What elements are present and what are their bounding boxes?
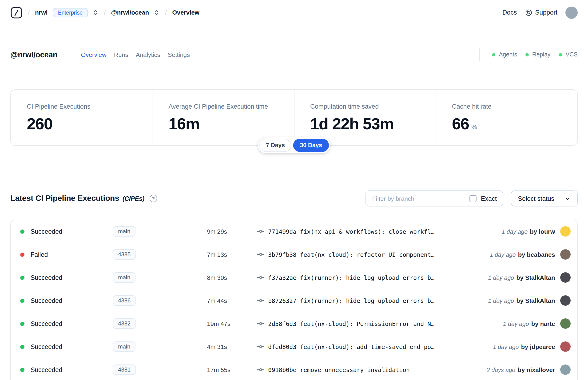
executions-table: Succeeded main 9m 29s 771499da fix(nx-ap… [10, 220, 578, 380]
cipe-duration: 8m 30s [207, 274, 257, 281]
branch-badge[interactable]: 4386 [113, 295, 136, 306]
git-commit-icon [257, 343, 264, 350]
cipe-status: Succeeded [31, 274, 113, 281]
nx-cloud-logo-icon[interactable] [10, 6, 23, 19]
indicator-agents[interactable]: Agents [492, 51, 517, 58]
range-30-days-button[interactable]: 30 Days [293, 139, 329, 152]
tab-runs[interactable]: Runs [114, 51, 128, 58]
cipe-time: 2 days ago [487, 367, 515, 373]
workspace-switcher-chevrons-icon[interactable] [153, 9, 160, 16]
branch-badge[interactable]: 4382 [113, 318, 136, 329]
cipe-status: Succeeded [31, 343, 113, 350]
workspace-name[interactable]: @nrwl/ocean [111, 9, 149, 16]
exact-match-toggle[interactable]: Exact [463, 191, 503, 206]
cipe-time: 1 day ago [493, 343, 519, 350]
org-switcher-chevrons-icon[interactable] [92, 9, 98, 16]
indicator-label: VCS [566, 51, 578, 58]
branch-cell: main [113, 342, 207, 352]
commit-message[interactable]: 771499da fix(nx-api & workflows): close … [268, 228, 495, 235]
stat-suffix: % [471, 123, 477, 131]
git-commit-icon [257, 274, 264, 281]
commit-message[interactable]: b8726327 fix(runner): hide log upload er… [268, 297, 481, 304]
table-row[interactable]: Succeeded main 8m 30s f37a32ae fix(runne… [11, 266, 577, 289]
row-meta: 1 day ago by StalkAltan [488, 297, 555, 304]
branch-filter-group: Exact [365, 190, 503, 207]
cipe-author: by jdpearce [521, 343, 555, 350]
commit-message[interactable]: 3b79fb38 feat(nx-cloud): refactor UI com… [268, 251, 483, 258]
indicator-replay[interactable]: Replay [526, 51, 550, 58]
branch-filter-input[interactable] [366, 191, 463, 206]
cipe-status: Succeeded [31, 366, 113, 373]
branch-cell: 4382 [113, 318, 207, 329]
table-row[interactable]: Succeeded 4381 17m 55s 0918b0be remove u… [11, 358, 577, 380]
support-link[interactable]: Support [525, 9, 557, 16]
git-commit-icon [257, 228, 264, 235]
status-dot-icon [20, 229, 24, 233]
workspace-tabs: Overview Runs Analytics Settings [81, 51, 190, 58]
git-commit-icon [257, 320, 264, 327]
author-avatar [560, 249, 570, 260]
page: / nrwl Enterprise / @nrwl/ocean / Overvi… [0, 0, 588, 380]
status-dot-icon [20, 275, 24, 280]
green-dot-icon [559, 53, 562, 56]
stat-label: Average CI Pipeline Execution time [169, 103, 278, 110]
cipe-author: by lourw [530, 228, 555, 235]
stat-value: 260 [27, 116, 136, 132]
tab-analytics[interactable]: Analytics [136, 51, 160, 58]
branch-badge[interactable]: 4381 [113, 364, 136, 375]
range-7-days-button[interactable]: 7 Days [259, 139, 291, 152]
commit-message[interactable]: dfed80d3 feat(nx-cloud): add time-saved … [268, 343, 486, 350]
author-avatar [560, 295, 570, 306]
tab-settings[interactable]: Settings [168, 51, 190, 58]
page-title: @nrwl/ocean [10, 50, 57, 59]
stat-label: Computation time saved [310, 103, 420, 110]
exact-label: Exact [481, 195, 497, 202]
branch-cell: main [113, 226, 207, 237]
commit-message[interactable]: f37a32ae fix(runner): hide log upload er… [268, 274, 481, 281]
branch-cell: 4381 [113, 364, 207, 375]
table-row[interactable]: Succeeded 4382 19m 47s 2d58f6d3 feat(nx-… [11, 312, 577, 335]
user-avatar[interactable] [565, 6, 578, 19]
indicator-vcs[interactable]: VCS [559, 51, 578, 58]
support-label: Support [535, 9, 557, 16]
chevron-down-icon [565, 195, 570, 202]
stats-cards: CI Pipeline Executions 260 Average CI Pi… [10, 89, 578, 146]
branch-badge[interactable]: 4385 [113, 249, 136, 260]
table-row[interactable]: Succeeded main 4m 31s dfed80d3 feat(nx-c… [11, 335, 577, 358]
header-divider [480, 48, 480, 61]
cipe-status: Failed [31, 251, 113, 258]
branch-badge[interactable]: main [113, 272, 135, 283]
git-commit-icon [257, 297, 264, 304]
row-meta: 1 day ago by bcabanes [490, 251, 555, 258]
date-range-toggle: 7 Days 30 Days [258, 137, 330, 153]
commit-message[interactable]: 2d58f6d3 feat(nx-cloud): PermissionError… [268, 320, 496, 327]
row-meta: 1 day ago by jdpearce [493, 343, 555, 350]
cipe-duration: 17m 55s [207, 366, 257, 373]
table-row[interactable]: Failed 4385 7m 13s 3b79fb38 feat(nx-clou… [11, 243, 577, 266]
table-row[interactable]: Succeeded 4386 7m 44s b8726327 fix(runne… [11, 289, 577, 312]
org-name[interactable]: nrwl [35, 9, 48, 16]
table-row[interactable]: Succeeded main 9m 29s 771499da fix(nx-ap… [11, 220, 577, 243]
branch-badge[interactable]: main [113, 226, 135, 237]
status-select-dropdown[interactable]: Select status [511, 190, 578, 207]
tab-overview[interactable]: Overview [81, 51, 106, 58]
top-navbar: / nrwl Enterprise / @nrwl/ocean / Overvi… [0, 0, 588, 25]
exact-checkbox[interactable] [470, 195, 476, 202]
green-dot-icon [526, 53, 529, 56]
cipe-duration: 9m 29s [207, 228, 257, 235]
green-dot-icon [492, 53, 495, 56]
row-meta: 1 day ago by nartc [503, 320, 555, 327]
stat-cache-hit-rate: Cache hit rate 66% [436, 90, 577, 145]
status-dot-icon [20, 367, 24, 372]
cipe-author: by StalkAltan [516, 274, 555, 281]
breadcrumb-page: Overview [172, 9, 199, 16]
commit-message[interactable]: 0918b0be remove unnecessary invalidation [268, 366, 480, 373]
branch-badge[interactable]: main [113, 342, 135, 352]
status-indicators: Agents Replay VCS [492, 51, 578, 58]
stat-value: 66% [452, 116, 561, 132]
row-meta: 2 days ago by nixallover [487, 366, 555, 373]
breadcrumb-separator: / [104, 8, 106, 17]
help-icon[interactable]: ? [150, 195, 157, 202]
docs-link[interactable]: Docs [502, 9, 517, 16]
stat-label: CI Pipeline Executions [27, 103, 136, 110]
